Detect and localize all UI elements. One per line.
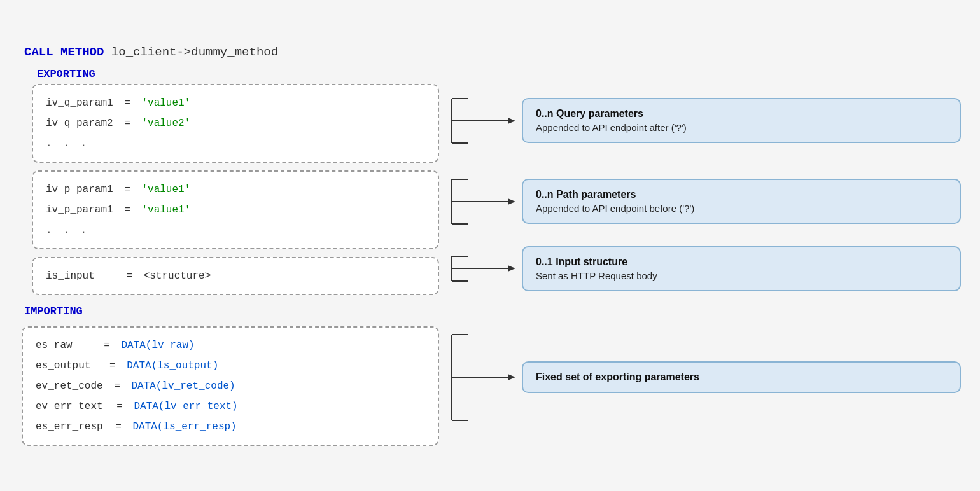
bracket-svg	[439, 173, 522, 230]
query-params-code-box: iv_q_param1 = 'value1' iv_q_param2 = 'va…	[32, 84, 439, 163]
method-keyword: METHOD	[60, 45, 104, 59]
info-desc: Sent as HTTP Request body	[536, 270, 947, 281]
path-connector	[439, 173, 522, 230]
main-container: CALL METHOD lo_client->dummy_method EXPO…	[19, 45, 961, 446]
exporting-label: EXPORTING	[19, 68, 961, 80]
importing-spacer	[439, 299, 961, 323]
info-panel: 0..n Query parameters Appended to API en…	[439, 84, 961, 431]
code-line: iv_p_param1 = 'value1'	[46, 200, 425, 220]
code-line: es_output = DATA(ls_output)	[36, 356, 425, 376]
code-line: iv_q_param1 = 'value1'	[46, 93, 425, 113]
svg-marker-4	[508, 118, 515, 124]
importing-label: IMPORTING	[19, 305, 439, 317]
code-boxes: iv_q_param1 = 'value1' iv_q_param2 = 'va…	[19, 84, 439, 446]
bracket-svg	[439, 251, 522, 286]
code-line-ellipsis: . . .	[46, 134, 425, 154]
method-call: lo_client->dummy_method	[111, 45, 278, 59]
code-line: iv_p_param1 = 'value1'	[46, 179, 425, 200]
bracket-svg	[439, 328, 522, 427]
path-params-code-box: iv_p_param1 = 'value1' iv_p_param1 = 'va…	[32, 170, 439, 249]
path-params-info-box: 0..n Path parameters Appended to API end…	[522, 179, 961, 224]
info-desc: Appended to API endpoint before ('?')	[536, 203, 947, 214]
code-line: es_raw = DATA(lv_raw)	[36, 335, 425, 356]
input-structure-code-box: is_input = <structure>	[32, 257, 439, 295]
svg-marker-9	[508, 198, 515, 205]
svg-marker-19	[508, 374, 515, 380]
svg-marker-14	[508, 265, 515, 272]
fixed-exporting-info-box: Fixed set of exporting parameters	[522, 361, 961, 393]
query-params-row: 0..n Query parameters Appended to API en…	[439, 84, 961, 157]
importing-code-box: es_raw = DATA(lv_raw) es_output = DATA(l…	[22, 326, 439, 446]
exporting-connector	[439, 328, 522, 427]
code-line: ev_err_text = DATA(lv_err_text)	[36, 396, 425, 417]
code-line: iv_q_param2 = 'value2'	[46, 113, 425, 134]
input-structure-info-box: 0..1 Input structure Sent as HTTP Reques…	[522, 246, 961, 291]
query-connector	[439, 92, 522, 149]
call-keyword: CALL	[24, 45, 53, 59]
code-line: is_input = <structure>	[46, 266, 425, 286]
info-desc: Appended to API endpoint after ('?')	[536, 122, 947, 133]
info-title: 0..n Query parameters	[536, 108, 947, 120]
bracket-svg	[439, 92, 522, 149]
exporting-params-row: Fixed set of exporting parameters	[439, 323, 961, 431]
info-title: 0..1 Input structure	[536, 256, 947, 268]
info-title: Fixed set of exporting parameters	[536, 371, 947, 383]
code-line: ev_ret_code = DATA(lv_ret_code)	[36, 376, 425, 396]
path-params-row: 0..n Path parameters Appended to API end…	[439, 165, 961, 238]
info-title: 0..n Path parameters	[536, 189, 947, 200]
input-structure-row: 0..1 Input structure Sent as HTTP Reques…	[439, 246, 961, 291]
code-header: CALL METHOD lo_client->dummy_method	[19, 45, 961, 59]
code-line: es_err_resp = DATA(ls_err_resp)	[36, 417, 425, 437]
input-connector	[439, 251, 522, 286]
query-params-info-box: 0..n Query parameters Appended to API en…	[522, 98, 961, 143]
code-line-ellipsis: . . .	[46, 220, 425, 240]
